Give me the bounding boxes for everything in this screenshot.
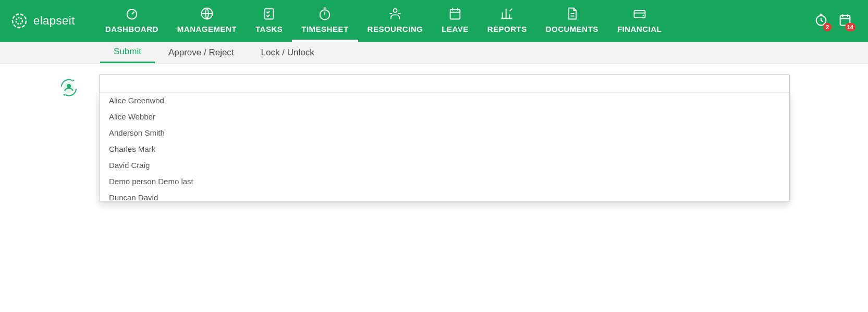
subtab-label: Submit [114,46,141,57]
nav-tasks[interactable]: TASKS [246,0,292,42]
user-option[interactable]: Alice Webber [100,109,789,125]
svg-point-0 [13,14,26,28]
calendar-icon [448,6,462,21]
subtab-submit[interactable]: Submit [100,42,155,63]
globe-icon [200,6,214,21]
timer-badge: 2 [823,23,832,31]
subtab-label: Approve / Reject [168,47,234,58]
nav-dashboard[interactable]: DASHBOARD [96,0,168,42]
user-option[interactable]: Charles Mark [100,141,789,157]
chart-icon [500,6,515,21]
content-area: Alice GreenwodAlice WebberAnderson Smith… [0,64,868,210]
logo-icon [10,12,28,30]
nav-documents[interactable]: DOCUMENTS [536,0,608,42]
user-option[interactable]: Alice Greenwod [100,92,789,109]
nav-timesheet[interactable]: TIMESHEET [292,0,358,42]
nav-label: DASHBOARD [105,25,158,33]
svg-point-6 [393,9,397,13]
user-dropdown: Alice GreenwodAlice WebberAnderson Smith… [99,92,790,201]
document-icon [565,6,579,21]
timer-notification[interactable]: 2 [814,13,828,29]
nav-financial[interactable]: FINANCIAL [608,0,671,42]
user-dropdown-list[interactable]: Alice GreenwodAlice WebberAnderson Smith… [100,92,789,201]
brand-name: elapseit [33,14,75,28]
nav-label: FINANCIAL [617,25,662,33]
svg-rect-7 [450,9,460,19]
svg-point-12 [67,84,71,88]
main-nav: DASHBOARD MANAGEMENT TASKS TIMESHEET RES… [96,0,671,42]
nav-label: DOCUMENTS [546,25,598,33]
stopwatch-icon [317,6,332,21]
nav-label: TIMESHEET [301,25,348,33]
subtab-approve-reject[interactable]: Approve / Reject [155,42,248,63]
nav-reports[interactable]: REPORTS [478,0,536,42]
nav-leave[interactable]: LEAVE [432,0,478,42]
user-option[interactable]: David Craig [100,157,789,173]
subtab-lock-unlock[interactable]: Lock / Unlock [248,42,328,63]
user-option[interactable]: Duncan David [100,189,789,201]
timesheet-subtabs: Submit Approve / Reject Lock / Unlock [0,42,868,64]
nav-label: MANAGEMENT [177,25,237,33]
nav-label: TASKS [255,25,283,33]
top-nav: elapseit DASHBOARD MANAGEMENT TASKS TIME… [0,0,868,42]
switch-user-icon[interactable] [57,76,80,101]
brand-logo[interactable]: elapseit [10,12,75,30]
subtab-label: Lock / Unlock [261,47,314,58]
user-option[interactable]: Anderson Smith [100,125,789,141]
user-option[interactable]: Demo person Demo last [100,173,789,189]
nav-label: REPORTS [487,25,527,33]
nav-management[interactable]: MANAGEMENT [168,0,246,42]
wallet-icon [632,6,647,21]
topbar-right: 2 14 [814,13,858,29]
resourcing-icon [388,6,402,21]
checklist-icon [262,6,276,21]
svg-rect-8 [634,10,645,18]
calendar-badge: 14 [845,23,855,31]
svg-point-1 [16,18,22,24]
svg-rect-4 [265,9,273,19]
calendar-notification[interactable]: 14 [838,13,852,29]
nav-resourcing[interactable]: RESOURCING [358,0,433,42]
nav-label: LEAVE [442,25,468,33]
dashboard-icon [125,6,139,21]
user-select-row: Alice GreenwodAlice WebberAnderson Smith… [99,74,790,93]
user-select-input[interactable] [99,74,790,93]
nav-label: RESOURCING [368,25,423,33]
